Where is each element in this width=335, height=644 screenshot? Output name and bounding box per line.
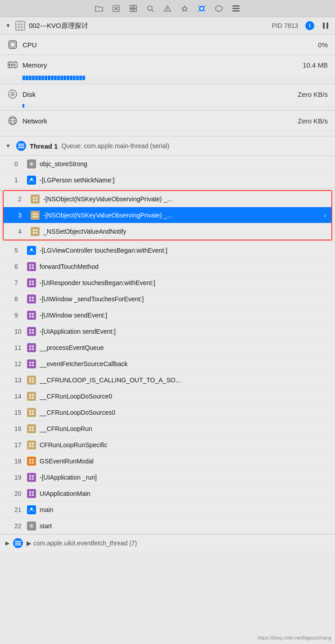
svg-rect-108	[32, 413, 34, 415]
svg-rect-120	[32, 462, 34, 463]
svg-rect-92	[32, 348, 34, 350]
svg-rect-15	[232, 10, 240, 12]
svg-rect-113	[29, 443, 31, 444]
stack-frame-11[interactable]: 11__processEventQueue	[0, 340, 335, 356]
svg-rect-67	[36, 232, 37, 234]
memory-bar	[0, 75, 335, 84]
frame-label-13: __CFRUNLOOP_IS_CALLING_OUT_TO_A_SO...	[40, 376, 330, 384]
svg-rect-121	[29, 475, 31, 477]
frame-icon-1	[27, 176, 36, 185]
thread-queue: Queue: com.apple.main-thread (serial)	[61, 142, 169, 150]
frame-label-3: -[NSObject(NSKeyValueObservingPrivate) _…	[43, 212, 318, 219]
svg-rect-61	[36, 213, 37, 215]
stack-frame-18[interactable]: 18GSEventRunModal	[0, 453, 335, 469]
expand-icon[interactable]: ▼	[5, 23, 11, 29]
watermark: https://blog.csdn.net/liqgun/zhang	[258, 635, 331, 640]
svg-rect-77	[29, 297, 31, 299]
tag-icon[interactable]	[214, 4, 223, 13]
stack-frame-17[interactable]: 17CFRunLoopRunSpecific	[0, 437, 335, 453]
stack-frame-2[interactable]: 2-[NSObject(NSKeyValueObservingPrivate) …	[4, 191, 331, 207]
stack-frame-15[interactable]: 15__CFRunLoopDoSources0	[0, 404, 335, 421]
info-badge[interactable]: i	[305, 21, 314, 30]
cpu-section: CPU 0%	[0, 35, 335, 55]
cpu-value: 0%	[318, 41, 328, 49]
disk-label: Disk	[23, 91, 293, 98]
frame-number-15: 15	[14, 409, 23, 416]
stack-frame-10[interactable]: 10-[UIApplication sendEvent:]	[0, 323, 335, 340]
frame-label-9: -[UIWindow sendEvent:]	[40, 312, 330, 319]
frame-label-2: -[NSObject(NSKeyValueObservingPrivate) _…	[43, 195, 326, 203]
stack-frame-14[interactable]: 14__CFRunLoopDoSource0	[0, 388, 335, 404]
svg-rect-87	[29, 332, 31, 334]
frame-label-7: -[UIResponder touchesBegan:withEvent:]	[40, 279, 330, 286]
frame-icon-16	[27, 424, 36, 433]
folder-icon[interactable]	[95, 4, 104, 13]
inspect-icon[interactable]	[129, 4, 138, 13]
warning-icon[interactable]	[163, 4, 172, 13]
frame-label-12: __eventFetcherSourceCallback	[40, 360, 330, 367]
svg-rect-80	[32, 299, 34, 301]
bookmark-icon[interactable]	[180, 4, 189, 13]
svg-rect-86	[32, 329, 34, 331]
svg-rect-71	[29, 267, 31, 269]
memory-section: Memory 10.4 MB	[0, 55, 335, 84]
svg-rect-94	[32, 362, 34, 363]
stack-frame-0[interactable]: 0objc_storeStrong	[0, 156, 335, 172]
frame-number-10: 10	[14, 328, 23, 335]
stack-frame-1[interactable]: 1-[LGPerson setNickName:]	[0, 172, 335, 188]
network-label: Network	[23, 117, 293, 125]
frame-number-16: 16	[14, 425, 23, 432]
stack-frame-22[interactable]: 22start	[0, 518, 335, 534]
stack-frame-13[interactable]: 13__CFRUNLOOP_IS_CALLING_OUT_TO_A_SO...	[0, 372, 335, 388]
svg-rect-98	[32, 378, 34, 380]
stack-frame-16[interactable]: 16__CFRunLoopRun	[0, 421, 335, 437]
svg-rect-5	[130, 9, 133, 12]
frame-icon-3	[31, 211, 40, 220]
stack-frame-5[interactable]: 5-[LGViewController touchesBegan:withEve…	[0, 242, 335, 259]
svg-rect-111	[29, 429, 31, 431]
toolbar	[0, 0, 335, 17]
frame-icon-4	[31, 227, 40, 236]
frame-number-3: 3	[18, 212, 27, 219]
svg-rect-64	[33, 229, 35, 231]
svg-rect-40	[13, 63, 14, 66]
frame-icon-12	[27, 359, 36, 368]
debug-icon[interactable]	[197, 4, 206, 13]
svg-rect-56	[33, 197, 35, 199]
svg-rect-65	[36, 229, 37, 231]
frame-number-19: 19	[14, 474, 23, 481]
svg-rect-3	[130, 5, 133, 8]
frame-number-22: 22	[14, 522, 23, 530]
stack-frame-4[interactable]: 4_NSSetObjectValueAndNotify	[4, 223, 331, 240]
thread-expand-icon[interactable]: ▼	[5, 143, 11, 149]
stack-frame-21[interactable]: 21main	[0, 502, 335, 518]
stack-frame-6[interactable]: 6forwardTouchMethod	[0, 259, 335, 275]
frame-label-17: CFRunLoopRunSpecific	[40, 441, 330, 449]
svg-rect-107	[29, 413, 31, 415]
frame-number-6: 6	[14, 263, 23, 270]
svg-rect-88	[32, 332, 34, 334]
stop-icon[interactable]	[112, 4, 121, 13]
stack-frame-19[interactable]: 19-[UIApplication _run]	[0, 469, 335, 485]
stack-frame-8[interactable]: 8-[UIWindow _sendTouchesForEvent:]	[0, 291, 335, 307]
stack-frame-12[interactable]: 12__eventFetcherSourceCallback	[0, 356, 335, 372]
svg-rect-23	[9, 41, 16, 48]
svg-rect-95	[29, 364, 31, 366]
stack-frame-7[interactable]: 7-[UIResponder touchesBegan:withEvent:]	[0, 275, 335, 291]
pause-icon[interactable]	[321, 22, 330, 30]
svg-rect-91	[29, 348, 31, 350]
svg-rect-22	[326, 23, 328, 29]
list-icon[interactable]	[231, 4, 240, 13]
bottom-thread-row[interactable]: ▶ ▶ com.apple.uikit.eventfetch_thread (7…	[0, 534, 335, 552]
svg-rect-83	[29, 316, 31, 317]
frame-icon-2	[31, 195, 40, 204]
frame-label-20: UIApplicationMain	[40, 490, 330, 497]
stack-frame-9[interactable]: 9-[UIWindow sendEvent:]	[0, 307, 335, 323]
stack-frame-20[interactable]: 20UIApplicationMain	[0, 485, 335, 502]
svg-rect-102	[32, 394, 34, 396]
stack-frame-3[interactable]: 3-[NSObject(NSKeyValueObservingPrivate) …	[4, 207, 331, 223]
disk-bar	[0, 104, 335, 110]
svg-rect-84	[32, 316, 34, 317]
search-icon[interactable]	[146, 4, 155, 13]
bottom-thread-expand-icon[interactable]: ▶	[5, 540, 9, 546]
